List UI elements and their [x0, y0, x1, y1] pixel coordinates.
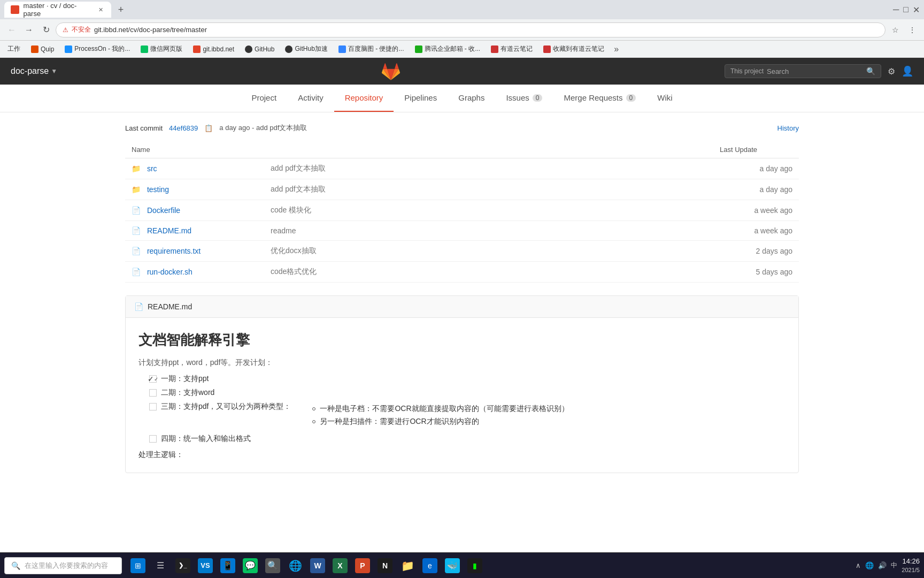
taskbar-vscode[interactable]: VS	[195, 555, 216, 576]
taskbar-ppt[interactable]: P	[352, 555, 373, 576]
tray-network-icon[interactable]: 🌐	[865, 561, 874, 569]
browser-settings-button[interactable]: ⋮	[905, 22, 920, 37]
reload-button[interactable]: ↻	[38, 22, 53, 37]
taskbar-word[interactable]: W	[307, 555, 328, 576]
taskbar-chrome[interactable]: 🌐	[284, 555, 306, 576]
commit-hash-link[interactable]: 44ef6839	[169, 124, 198, 132]
file-type-icon: 📄	[132, 206, 141, 215]
search-box[interactable]: This project 🔍	[725, 64, 881, 78]
sub-item-label: 一种是电子档：不需要OCR就能直接提取内容的（可能需要进行表格识别）	[320, 404, 568, 414]
close-window-button[interactable]: ✕	[913, 5, 920, 15]
bookmark-baidu-map[interactable]: 百度脑图 - 便捷的...	[335, 43, 407, 55]
back-button[interactable]: ←	[4, 22, 19, 37]
bookmark-quip[interactable]: Quip	[28, 44, 57, 54]
taskbar-docker[interactable]: 🐳	[442, 555, 463, 576]
bookmark-github-speed[interactable]: GitHub加速	[282, 43, 330, 55]
file-link[interactable]: README.md	[147, 226, 191, 235]
taskbar-terminal2[interactable]: ▮	[464, 555, 486, 576]
sub-list-item: 另一种是扫描件：需要进行OCR才能识别内容的	[312, 417, 568, 427]
tab-pipelines-label: Pipelines	[404, 93, 437, 102]
file-link[interactable]: Dockerfile	[147, 206, 180, 215]
tab-project[interactable]: Project	[241, 85, 287, 112]
bookmark-tencent-mail-label: 腾讯企业邮箱 - 收...	[425, 44, 481, 54]
bookmark-github-label: GitHub	[255, 45, 274, 53]
address-bar[interactable]: ⚠ 不安全 git.ibbd.net/cv/doc-parse/tree/mas…	[56, 22, 886, 37]
search-input[interactable]	[767, 67, 863, 75]
file-link[interactable]: requirements.txt	[147, 247, 201, 255]
taskbar-windows-button[interactable]: ⊞	[127, 555, 149, 576]
bookmark-processon[interactable]: ProcessOn - 我的...	[61, 43, 133, 55]
taskbar-ie[interactable]: e	[419, 555, 441, 576]
project-name[interactable]: doc-parse ▼	[11, 66, 57, 76]
tab-repository[interactable]: Repository	[334, 85, 394, 112]
commit-message-text: a day ago - add pdf文本抽取	[219, 123, 307, 133]
gitlab-logo	[381, 62, 401, 81]
readme-body: 文档智能解释引擎 计划支持ppt，word，pdf等。开发计划： ✓ 一期：支持…	[126, 318, 798, 473]
taskbar-notepad[interactable]: N	[374, 555, 396, 576]
bookmark-github[interactable]: GitHub	[242, 44, 278, 54]
youdao-favicon	[491, 45, 498, 53]
taskbar-terminal[interactable]: ❯_	[172, 555, 194, 576]
tab-activity-label: Activity	[298, 93, 324, 102]
taskbar: 🔍 在这里输入你要搜索的内容 ⊞ ☰ ❯_ VS 📱 💬 🔍 🌐 W	[0, 552, 924, 577]
tab-graphs[interactable]: Graphs	[448, 85, 495, 112]
tab-close-button[interactable]: ✕	[96, 5, 105, 14]
file-type-icon: 📄	[132, 226, 141, 235]
list-item-label: 一期：支持ppt	[161, 374, 209, 384]
taskbar-phone[interactable]: 📱	[217, 555, 238, 576]
minimize-button[interactable]: ─	[893, 5, 899, 14]
forward-button[interactable]: →	[21, 22, 36, 37]
settings-icon[interactable]: ⚙	[888, 66, 895, 77]
file-link[interactable]: testing	[147, 185, 169, 194]
copy-commit-icon[interactable]: 📋	[204, 124, 213, 132]
bookmark-git-label: git.ibbd.net	[203, 45, 234, 53]
issues-badge: 0	[533, 94, 543, 102]
windows-search-text: 在这里输入你要搜索的内容	[25, 561, 108, 571]
taskbar-excel[interactable]: X	[329, 555, 351, 576]
browser-tab-active[interactable]: master · cv / doc-parse ✕	[4, 2, 111, 18]
last-update-cell: a week ago	[713, 221, 799, 241]
bookmark-work[interactable]: 工作	[4, 43, 24, 55]
bookmark-youdao-save[interactable]: 收藏到有道云笔记	[540, 43, 607, 55]
tab-wiki[interactable]: Wiki	[646, 85, 683, 112]
tab-graphs-label: Graphs	[458, 93, 484, 102]
bookmark-git[interactable]: git.ibbd.net	[190, 44, 237, 54]
last-update-cell: a week ago	[713, 200, 799, 221]
taskbar-search-app[interactable]: 🔍	[262, 555, 283, 576]
tab-issues[interactable]: Issues 0	[495, 85, 553, 112]
tab-pipelines[interactable]: Pipelines	[394, 85, 448, 112]
navigation-tabs: Project Activity Repository Pipelines Gr…	[0, 85, 924, 112]
tray-language-icon[interactable]: 中	[891, 561, 897, 570]
bookmark-youdao[interactable]: 有道云笔记	[488, 43, 536, 55]
taskbar-taskview[interactable]: ☰	[150, 555, 171, 576]
commit-header: Last commit 44ef6839 📋 a day ago - add p…	[125, 123, 799, 133]
list-item: ✓ 一期：支持ppt	[149, 374, 786, 384]
taskbar-clock[interactable]: 14:26 2021/5	[902, 557, 920, 574]
file-link[interactable]: src	[147, 164, 157, 173]
file-name-cell: 📁 src	[125, 158, 264, 179]
taskbar-folder[interactable]: 📁	[397, 555, 418, 576]
maximize-button[interactable]: □	[903, 5, 908, 14]
tab-repository-label: Repository	[345, 93, 383, 102]
bookmarks-more[interactable]: »	[614, 44, 619, 54]
tab-merge-requests[interactable]: Merge Requests 0	[553, 85, 646, 112]
bookmark-wechat[interactable]: 微信网页版	[137, 43, 186, 55]
file-link[interactable]: run-docker.sh	[147, 268, 192, 276]
bookmark-tencent-mail[interactable]: 腾讯企业邮箱 - 收...	[412, 43, 484, 55]
last-update-cell: 2 days ago	[713, 241, 799, 262]
file-type-icon: 📄	[132, 268, 141, 276]
table-row: 📁 src add pdf文本抽取 a day ago	[125, 158, 799, 179]
readme-checklist: ✓ 一期：支持ppt 二期：支持word 三期：支持pdf，又可以分为两种类型：…	[138, 374, 786, 444]
readme-subtitle: 计划支持ppt，word，pdf等。开发计划：	[138, 358, 786, 368]
tab-activity[interactable]: Activity	[287, 85, 334, 112]
bookmark-star-button[interactable]: ☆	[888, 22, 903, 37]
commit-msg-cell: add pdf文本抽取	[264, 179, 713, 200]
new-tab-button[interactable]: +	[113, 2, 128, 17]
list-item-label: 四期：统一输入和输出格式	[161, 434, 251, 444]
taskbar-wechat[interactable]: 💬	[240, 555, 261, 576]
windows-search-bar[interactable]: 🔍 在这里输入你要搜索的内容	[4, 557, 122, 574]
history-link[interactable]: History	[777, 124, 799, 132]
user-icon[interactable]: 👤	[902, 65, 913, 77]
browser-nav-actions: ☆ ⋮	[888, 22, 920, 37]
tray-volume-icon[interactable]: 🔊	[878, 561, 887, 569]
